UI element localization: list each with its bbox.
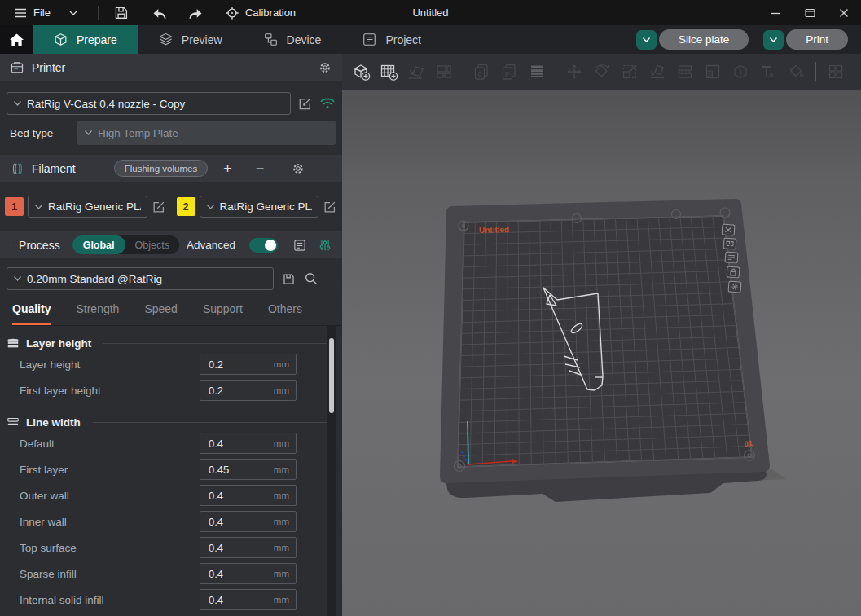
- printer-icon: [10, 60, 24, 75]
- first-layer-line-width-input[interactable]: 0.45 mm: [200, 459, 297, 480]
- redo-button[interactable]: [181, 0, 210, 25]
- assembly-view-button[interactable]: [825, 61, 846, 82]
- chevron-down-icon: [13, 100, 22, 107]
- variable-layer-height-icon: [526, 61, 547, 82]
- tab-others[interactable]: Others: [268, 302, 302, 325]
- param-unit: mm: [274, 491, 289, 500]
- print-button[interactable]: Print: [786, 29, 848, 50]
- tab-speed[interactable]: Speed: [144, 302, 177, 325]
- slice-options-button[interactable]: [636, 30, 657, 50]
- edit-filament-2-button[interactable]: [323, 200, 337, 214]
- remove-filament-button[interactable]: −: [248, 161, 273, 176]
- slice-split-button: Slice plate: [636, 29, 749, 50]
- param-unit: mm: [274, 438, 289, 448]
- process-tune-button[interactable]: [318, 238, 332, 253]
- delete-plate-icon[interactable]: [722, 224, 735, 235]
- lay-on-face-button[interactable]: [647, 61, 668, 82]
- undo-button[interactable]: [145, 0, 174, 25]
- edit-filament-1-button[interactable]: [152, 200, 166, 214]
- tab-support[interactable]: Support: [203, 302, 243, 325]
- hamburger-icon: [13, 6, 28, 20]
- arrange-button[interactable]: [433, 61, 455, 82]
- add-filament-button[interactable]: +: [215, 161, 240, 176]
- outer-wall-line-width-input[interactable]: 0.4 mm: [200, 485, 297, 506]
- scale-icon: [619, 61, 640, 82]
- filament-1-badge[interactable]: 1: [5, 197, 24, 216]
- orient-plate-icon[interactable]: [725, 252, 738, 263]
- slice-plate-button[interactable]: Slice plate: [659, 29, 749, 50]
- arrange-plate-icon[interactable]: [723, 238, 736, 249]
- split-to-objects-button[interactable]: 0: [471, 61, 492, 82]
- add-object-button[interactable]: [350, 61, 371, 82]
- filament-2-dropdown[interactable]: RatRig Generic PLA: [200, 196, 319, 218]
- home-button[interactable]: [0, 25, 33, 54]
- variable-layer-height-button[interactable]: [526, 61, 547, 82]
- scope-objects-button[interactable]: Objects: [125, 240, 179, 251]
- filament-1-dropdown[interactable]: RatRig Generic PLA: [28, 196, 147, 218]
- internal-solid-infill-line-width-input[interactable]: 0.4 mm: [200, 589, 297, 610]
- edit-printer-button[interactable]: [297, 96, 313, 112]
- calibration-button[interactable]: Calibration: [218, 0, 302, 25]
- chevron-down-icon: [769, 37, 778, 43]
- text-tool-button[interactable]: a: [758, 61, 779, 82]
- process-preset-dropdown[interactable]: 0.20mm Standard @RatRig: [7, 267, 274, 290]
- scrollbar-thumb[interactable]: [329, 338, 334, 413]
- process-list-button[interactable]: [292, 238, 307, 253]
- default-line-width-input[interactable]: 0.4 mm: [200, 433, 297, 454]
- param-label: Inner wall: [20, 516, 67, 528]
- inner-wall-line-width-input[interactable]: 0.4 mm: [200, 511, 297, 532]
- section-line-width: Line width: [7, 416, 334, 429]
- tab-strength[interactable]: Strength: [76, 302, 119, 325]
- file-menu-button[interactable]: File: [7, 0, 57, 25]
- filament-2-badge[interactable]: 2: [177, 197, 195, 216]
- minimize-button[interactable]: [758, 0, 793, 25]
- tab-prepare[interactable]: Prepare: [33, 25, 138, 54]
- first-layer-height-input[interactable]: 0.2 mm: [200, 380, 297, 401]
- rotate-icon: [591, 61, 613, 82]
- bed-type-dropdown[interactable]: High Temp Plate: [77, 121, 336, 145]
- tab-quality[interactable]: Quality: [12, 302, 51, 325]
- printer-preset-dropdown[interactable]: RatRig V-Cast 0.4 nozzle - Copy: [7, 92, 291, 115]
- flushing-volumes-button[interactable]: Flushing volumes: [114, 160, 208, 177]
- move-button[interactable]: [564, 61, 585, 82]
- tab-project[interactable]: Project: [341, 25, 441, 54]
- rotate-button[interactable]: [591, 61, 613, 82]
- print-options-button[interactable]: [763, 30, 784, 50]
- close-button[interactable]: [827, 0, 861, 25]
- search-preset-button[interactable]: [304, 271, 318, 286]
- color-paint-icon: [785, 61, 806, 82]
- support-paint-button[interactable]: [702, 61, 723, 82]
- file-menu-dropdown[interactable]: [57, 0, 90, 25]
- device-icon: [263, 32, 279, 47]
- home-icon: [9, 33, 24, 47]
- printer-settings-button[interactable]: [318, 60, 332, 75]
- split-to-parts-button[interactable]: P: [499, 61, 520, 82]
- filament-settings-button[interactable]: [291, 161, 305, 176]
- boolean-button[interactable]: [730, 61, 751, 82]
- maximize-button[interactable]: [793, 0, 827, 25]
- save-button[interactable]: [107, 0, 135, 25]
- lock-plate-icon[interactable]: [727, 266, 740, 278]
- move-icon: [564, 61, 585, 82]
- advanced-toggle[interactable]: [249, 238, 278, 253]
- process-section-header: Process Global Objects Advanced: [0, 231, 342, 258]
- top-surface-line-width-input[interactable]: 0.4 mm: [200, 537, 297, 558]
- chevron-down-icon: [206, 204, 215, 210]
- param-value: 0.2: [209, 359, 274, 371]
- tab-preview[interactable]: Preview: [138, 25, 243, 54]
- add-plate-button[interactable]: [378, 61, 399, 82]
- auto-orient-button[interactable]: [406, 61, 427, 82]
- cut-button[interactable]: [674, 61, 696, 82]
- text-tool-icon: a: [758, 61, 779, 82]
- plate-settings-icon[interactable]: [728, 281, 741, 293]
- scene-3d[interactable]: Untitled 01: [342, 90, 861, 616]
- scope-global-button[interactable]: Global: [72, 235, 125, 254]
- layer-height-input[interactable]: 0.2 mm: [200, 354, 297, 375]
- color-paint-button[interactable]: [785, 61, 806, 82]
- tab-device[interactable]: Device: [243, 25, 342, 54]
- printer-connection-button[interactable]: [319, 97, 336, 110]
- sparse-infill-line-width-input[interactable]: 0.4 mm: [200, 563, 297, 584]
- scale-button[interactable]: [619, 61, 640, 82]
- lay-on-face-icon: [647, 61, 668, 82]
- save-preset-button[interactable]: [282, 272, 296, 286]
